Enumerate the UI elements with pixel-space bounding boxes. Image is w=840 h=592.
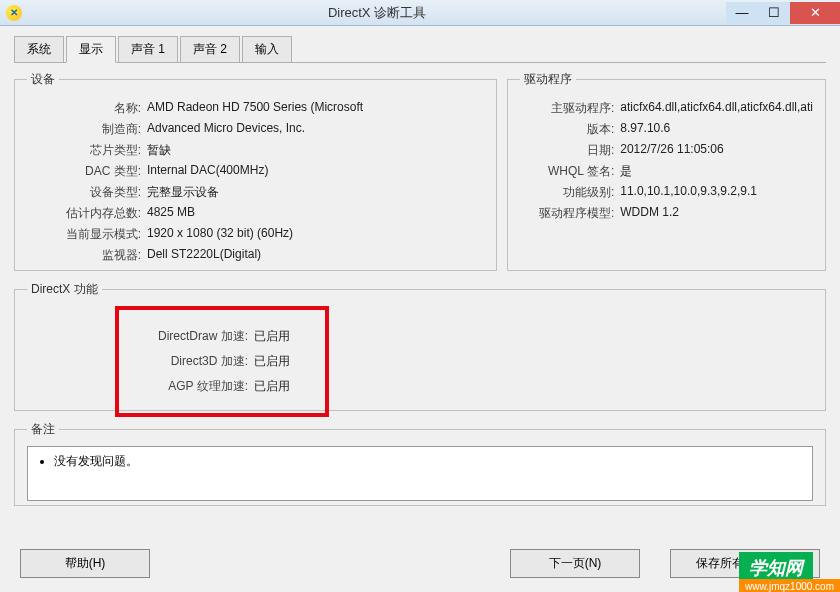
device-row: 设备类型:完整显示设备 bbox=[27, 184, 484, 201]
device-row: 芯片类型:暂缺 bbox=[27, 142, 484, 159]
driver-row: 版本:8.97.10.6 bbox=[520, 121, 813, 138]
dx-row: Direct3D 加速:已启用 bbox=[119, 353, 290, 370]
watermark-url: www.jmqz1000.com bbox=[739, 579, 840, 592]
window-controls: — ☐ ✕ bbox=[726, 2, 840, 24]
titlebar: ✕ DirectX 诊断工具 — ☐ ✕ bbox=[0, 0, 840, 26]
tab-system[interactable]: 系统 bbox=[14, 36, 64, 62]
driver-legend: 驱动程序 bbox=[520, 71, 576, 88]
highlight-box: DirectDraw 加速:已启用 Direct3D 加速:已启用 AGP 纹理… bbox=[115, 306, 329, 417]
app-icon: ✕ bbox=[6, 5, 22, 21]
driver-row: 主驱动程序:aticfx64.dll,aticfx64.dll,aticfx64… bbox=[520, 100, 813, 117]
driver-row: 驱动程序模型:WDDM 1.2 bbox=[520, 205, 813, 222]
device-legend: 设备 bbox=[27, 71, 59, 88]
device-row: 名称:AMD Radeon HD 7500 Series (Microsoft bbox=[27, 100, 484, 117]
content-area: 系统 显示 声音 1 声音 2 输入 设备 名称:AMD Radeon HD 7… bbox=[0, 26, 840, 592]
maximize-button[interactable]: ☐ bbox=[758, 2, 790, 24]
directx-legend: DirectX 功能 bbox=[27, 281, 102, 298]
notes-group: 备注 没有发现问题。 bbox=[14, 421, 826, 506]
window-title: DirectX 诊断工具 bbox=[28, 4, 726, 22]
device-row: 估计内存总数:4825 MB bbox=[27, 205, 484, 222]
notes-item: 没有发现问题。 bbox=[54, 453, 802, 470]
tab-display[interactable]: 显示 bbox=[66, 36, 116, 63]
directx-group: DirectX 功能 DirectDraw 加速:已启用 Direct3D 加速… bbox=[14, 281, 826, 411]
device-row: 制造商:Advanced Micro Devices, Inc. bbox=[27, 121, 484, 138]
next-button[interactable]: 下一页(N) bbox=[510, 549, 640, 578]
help-button[interactable]: 帮助(H) bbox=[20, 549, 150, 578]
dx-row: AGP 纹理加速:已启用 bbox=[119, 378, 290, 395]
driver-row: 功能级别:11.0,10.1,10.0,9.3,9.2,9.1 bbox=[520, 184, 813, 201]
notes-legend: 备注 bbox=[27, 421, 59, 438]
minimize-button[interactable]: — bbox=[726, 2, 758, 24]
close-button[interactable]: ✕ bbox=[790, 2, 840, 24]
tab-strip: 系统 显示 声音 1 声音 2 输入 bbox=[14, 36, 826, 63]
tab-sound2[interactable]: 声音 2 bbox=[180, 36, 240, 62]
footer-buttons: 帮助(H) 下一页(N) 保存所有信息(S)... bbox=[0, 549, 840, 578]
watermark: 学知网 www.jmqz1000.com bbox=[739, 556, 840, 592]
driver-row: 日期:2012/7/26 11:05:06 bbox=[520, 142, 813, 159]
driver-group: 驱动程序 主驱动程序:aticfx64.dll,aticfx64.dll,ati… bbox=[507, 71, 826, 271]
device-group: 设备 名称:AMD Radeon HD 7500 Series (Microso… bbox=[14, 71, 497, 271]
driver-row: WHQL 签名:是 bbox=[520, 163, 813, 180]
tab-sound1[interactable]: 声音 1 bbox=[118, 36, 178, 62]
device-row: 监视器:Dell ST2220L(Digital) bbox=[27, 247, 484, 264]
device-row: DAC 类型:Internal DAC(400MHz) bbox=[27, 163, 484, 180]
device-row: 当前显示模式:1920 x 1080 (32 bit) (60Hz) bbox=[27, 226, 484, 243]
dx-row: DirectDraw 加速:已启用 bbox=[119, 328, 290, 345]
notes-box: 没有发现问题。 bbox=[27, 446, 813, 501]
tab-input[interactable]: 输入 bbox=[242, 36, 292, 62]
